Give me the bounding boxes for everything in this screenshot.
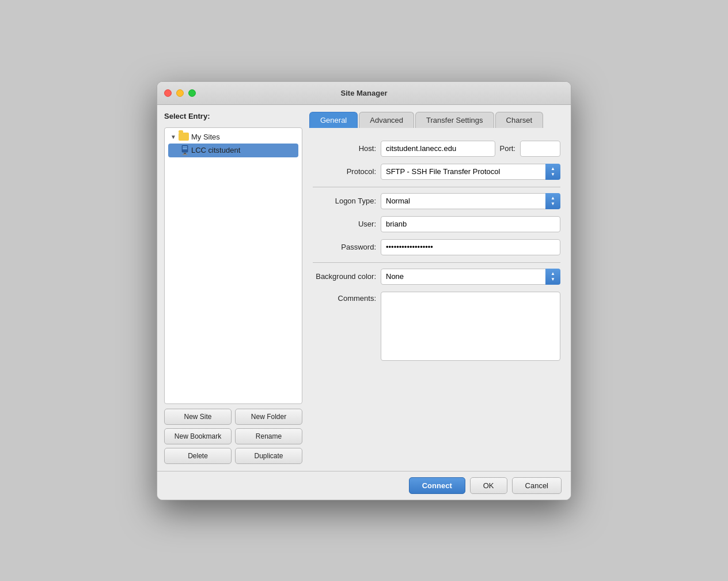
delete-button[interactable]: Delete — [164, 448, 232, 464]
password-label: Password: — [313, 243, 376, 251]
separator-1 — [313, 187, 560, 187]
main-area: Select Entry: ▼ My Sites — [157, 105, 571, 471]
left-panel: Select Entry: ▼ My Sites — [164, 112, 302, 464]
new-folder-button[interactable]: New Folder — [235, 409, 302, 425]
minimize-button[interactable] — [176, 89, 184, 97]
tab-general[interactable]: General — [309, 112, 358, 128]
protocol-label: Protocol: — [313, 167, 376, 176]
comments-label: Comments: — [313, 294, 376, 303]
tabs: General Advanced Transfer Settings Chars… — [309, 112, 564, 128]
left-buttons: New Site New Folder New Bookmark Rename … — [164, 409, 302, 464]
tab-transfer-settings[interactable]: Transfer Settings — [415, 112, 494, 128]
password-row: Password: — [313, 239, 560, 255]
close-button[interactable] — [164, 89, 172, 97]
maximize-button[interactable] — [188, 89, 196, 97]
host-row: Host: Port: — [313, 141, 560, 157]
titlebar: Site Manager — [157, 82, 571, 105]
tree-expand-icon: ▼ — [170, 134, 176, 140]
new-bookmark-button[interactable]: New Bookmark — [164, 428, 232, 444]
tree-item-label: LCC citstudent — [191, 146, 240, 154]
password-input[interactable] — [381, 239, 560, 255]
port-label: Port: — [500, 144, 515, 153]
cancel-button[interactable]: Cancel — [512, 477, 562, 494]
traffic-lights — [164, 89, 196, 97]
footer: Connect OK Cancel — [157, 471, 571, 500]
comments-textarea[interactable] — [381, 292, 560, 361]
folder-icon — [179, 133, 189, 141]
site-manager-window: Site Manager Select Entry: ▼ My Sites — [157, 81, 571, 500]
right-panel: General Advanced Transfer Settings Chars… — [309, 112, 564, 464]
logon-type-label: Logon Type: — [313, 197, 376, 205]
select-entry-label: Select Entry: — [164, 112, 302, 120]
svg-rect-2 — [183, 148, 187, 149]
protocol-row: Protocol: SFTP - SSH File Transfer Proto… — [313, 164, 560, 180]
protocol-select-wrapper: SFTP - SSH File Transfer Protocol FTP - … — [381, 164, 560, 180]
connect-button[interactable]: Connect — [409, 477, 465, 494]
rename-button[interactable]: Rename — [235, 428, 302, 444]
user-row: User: — [313, 216, 560, 232]
window-title: Site Manager — [341, 89, 388, 97]
svg-rect-4 — [183, 154, 187, 155]
host-input[interactable] — [381, 141, 495, 157]
host-label: Host: — [313, 144, 376, 153]
separator-2 — [313, 262, 560, 263]
tab-charset[interactable]: Charset — [495, 112, 544, 128]
svg-rect-1 — [183, 146, 187, 148]
tree-item-lcc-citstudent[interactable]: LCC citstudent — [168, 144, 298, 157]
bg-color-row: Background color: None Red Green Blue Ye… — [313, 269, 560, 285]
server-icon — [181, 145, 189, 156]
logon-type-select[interactable]: Normal Anonymous Ask for password Key fi… — [381, 193, 560, 209]
ok-button[interactable]: OK — [470, 477, 507, 494]
comments-row: Comments: — [313, 292, 560, 361]
logon-type-select-wrapper: Normal Anonymous Ask for password Key fi… — [381, 193, 560, 209]
user-input[interactable] — [381, 216, 560, 232]
bg-color-select[interactable]: None Red Green Blue Yellow — [381, 269, 560, 285]
protocol-select[interactable]: SFTP - SSH File Transfer Protocol FTP - … — [381, 164, 560, 180]
tab-advanced[interactable]: Advanced — [359, 112, 414, 128]
port-input[interactable] — [520, 141, 560, 157]
user-label: User: — [313, 220, 376, 228]
bg-color-select-wrapper: None Red Green Blue Yellow — [381, 269, 560, 285]
tree-view: ▼ My Sites — [164, 127, 302, 404]
duplicate-button[interactable]: Duplicate — [235, 448, 302, 464]
tree-folder-my-sites[interactable]: ▼ My Sites — [168, 131, 298, 142]
bg-color-label: Background color: — [313, 272, 376, 281]
form-area: Host: Port: Protocol: SFTP - SSH File Tr… — [309, 134, 564, 464]
logon-type-row: Logon Type: Normal Anonymous Ask for pas… — [313, 193, 560, 209]
main-content: Select Entry: ▼ My Sites — [157, 105, 571, 500]
folder-label: My Sites — [191, 133, 220, 141]
new-site-button[interactable]: New Site — [164, 409, 232, 425]
